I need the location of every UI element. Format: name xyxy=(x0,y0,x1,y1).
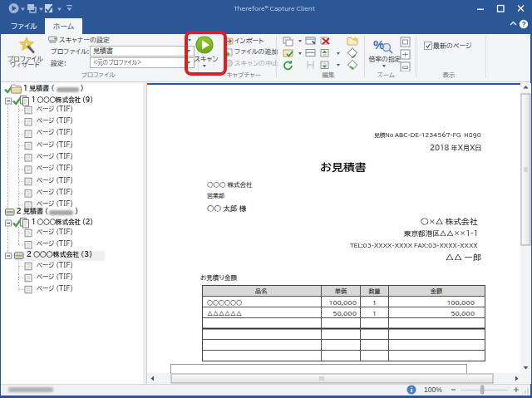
svg-text:?: ? xyxy=(521,20,525,28)
svg-text:△△△△△△: △△△△△△ xyxy=(207,311,242,317)
svg-text:1: 1 xyxy=(372,311,376,317)
svg-text:金額: 金額 xyxy=(430,287,442,295)
svg-text:50,000: 50,000 xyxy=(332,311,357,317)
svg-text:100,000: 100,000 xyxy=(329,300,357,306)
svg-text:50,000: 50,000 xyxy=(451,311,475,317)
svg-text:100,000: 100,000 xyxy=(447,300,475,306)
svg-text:100%: 100% xyxy=(424,386,442,394)
svg-text:1: 1 xyxy=(372,300,376,306)
svg-text:○○○○○○: ○○○○○○ xyxy=(207,300,242,306)
svg-text:数量: 数量 xyxy=(369,288,381,294)
svg-text:単価: 単価 xyxy=(335,288,347,294)
svg-text:品名: 品名 xyxy=(255,287,267,294)
